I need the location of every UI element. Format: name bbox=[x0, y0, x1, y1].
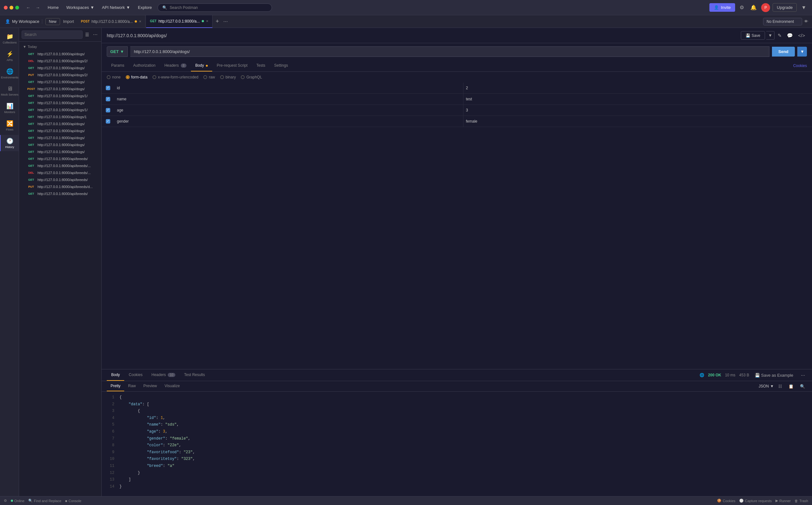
sidebar-search-input[interactable] bbox=[22, 30, 83, 39]
save-dropdown-button[interactable]: ▼ bbox=[766, 31, 775, 40]
radio-none[interactable]: none bbox=[107, 75, 121, 79]
list-item[interactable]: GET http://127.0.0.1:8000/api/dogs/ bbox=[20, 148, 100, 155]
close-window[interactable] bbox=[4, 6, 8, 10]
tab-close-post[interactable]: ✕ bbox=[139, 20, 141, 23]
list-item[interactable]: GET http://127.0.0.1:8000/api/breeds/ bbox=[20, 155, 100, 162]
sidebar-item-environments[interactable]: 🌐 Environments bbox=[0, 65, 19, 81]
invite-button[interactable]: 👤 Invite bbox=[709, 3, 735, 12]
env-eye-button[interactable]: 👁 bbox=[803, 18, 809, 25]
resp-view-visualize[interactable]: Visualize bbox=[161, 381, 184, 391]
form-checkbox-gender[interactable] bbox=[106, 119, 110, 124]
bootom-settings[interactable]: ⚙ bbox=[4, 499, 7, 503]
search-response-button[interactable]: 🔍 bbox=[798, 383, 807, 390]
find-replace-button[interactable]: 🔍 Find and Replace bbox=[28, 499, 61, 503]
list-item[interactable]: GET http://127.0.0.1:8000/api/dogs/ bbox=[20, 127, 100, 134]
tab-tests[interactable]: Tests bbox=[252, 60, 270, 71]
tab-close-get[interactable]: ✕ bbox=[206, 19, 208, 23]
resp-tab-cookies[interactable]: Cookies bbox=[124, 369, 147, 381]
radio-form-data[interactable]: form-data bbox=[126, 75, 147, 79]
method-select[interactable]: GET ▼ bbox=[107, 46, 128, 57]
resp-tab-test-results[interactable]: Test Results bbox=[180, 369, 209, 381]
home-nav[interactable]: Home bbox=[44, 3, 62, 12]
list-item[interactable]: DEL http://127.0.0.1:8000/api/dogs/2/ bbox=[20, 57, 100, 64]
sidebar-item-collections[interactable]: 📁 Collections bbox=[0, 30, 19, 47]
sidebar-filter-button[interactable]: ☰ bbox=[84, 31, 91, 38]
explore-nav[interactable]: Explore bbox=[135, 3, 155, 12]
send-dropdown-button[interactable]: ▼ bbox=[797, 47, 807, 56]
cookies-bottom-button[interactable]: 🍪 Cookies bbox=[717, 499, 736, 503]
avatar[interactable]: P bbox=[761, 3, 770, 12]
new-button[interactable]: New bbox=[45, 18, 60, 25]
tab-authorization[interactable]: Authorization bbox=[129, 60, 160, 71]
sidebar-item-flows[interactable]: 🔀 Flows bbox=[0, 118, 19, 134]
sidebar-item-mock-servers[interactable]: 🖥 Mock Servers bbox=[0, 83, 19, 99]
tab-get[interactable]: GET http://127.0.0.1:8000/a... ✕ bbox=[146, 15, 212, 28]
comment-icon-button[interactable]: 💬 bbox=[785, 31, 795, 40]
radio-graphql[interactable]: GraphQL bbox=[241, 75, 262, 79]
list-item[interactable]: GET http://127.0.0.1:8000/api/dogs/1/ bbox=[20, 93, 100, 100]
more-tabs-button[interactable]: ⋯ bbox=[222, 19, 229, 24]
save-as-example-button[interactable]: 💾 Save as Example bbox=[753, 372, 795, 379]
maximize-window[interactable] bbox=[15, 6, 19, 10]
send-button[interactable]: Send bbox=[772, 47, 795, 56]
copy-response-button[interactable]: 📋 bbox=[787, 383, 796, 390]
format-select-button[interactable]: JSON ▼ bbox=[759, 384, 774, 388]
history-section-header[interactable]: ▼ Today bbox=[19, 43, 101, 50]
add-tab-button[interactable]: + bbox=[213, 18, 222, 25]
upgrade-button[interactable]: Upgrade bbox=[773, 3, 797, 12]
list-item[interactable]: GET http://127.0.0.1:8000/api/dogs/ bbox=[20, 50, 100, 57]
sidebar-item-monitors[interactable]: 📊 Monitors bbox=[0, 100, 19, 116]
list-item[interactable]: POST http://127.0.0.1:8000/api/dogs/ bbox=[20, 86, 100, 93]
url-input[interactable] bbox=[130, 46, 770, 57]
list-item[interactable]: GET http://127.0.0.1:8000/api/dogs/ bbox=[20, 100, 100, 107]
api-network-nav[interactable]: API Network ▼ bbox=[99, 3, 133, 12]
edit-icon-button[interactable]: ✎ bbox=[776, 31, 784, 40]
response-more-button[interactable]: ⋯ bbox=[799, 372, 807, 379]
back-button[interactable]: ← bbox=[24, 4, 32, 11]
list-item[interactable]: GET http://127.0.0.1:8000/api/dogs/ bbox=[20, 134, 100, 141]
filter-response-button[interactable]: ☷ bbox=[776, 383, 784, 390]
form-checkbox-id[interactable] bbox=[106, 86, 110, 90]
sidebar-item-history[interactable]: 🕐 History bbox=[0, 135, 19, 151]
resp-view-pretty[interactable]: Pretty bbox=[107, 381, 124, 391]
form-checkbox-age[interactable] bbox=[106, 108, 110, 113]
radio-binary[interactable]: binary bbox=[220, 75, 236, 79]
radio-urlencoded[interactable]: x-www-form-urlencoded bbox=[153, 75, 198, 79]
tab-settings[interactable]: Settings bbox=[270, 60, 292, 71]
notifications-button[interactable]: 🔔 bbox=[749, 3, 759, 12]
minimize-window[interactable] bbox=[10, 6, 13, 10]
code-icon-button[interactable]: </> bbox=[796, 31, 807, 40]
resp-view-preview[interactable]: Preview bbox=[140, 381, 161, 391]
save-button[interactable]: 💾 Save bbox=[741, 31, 765, 40]
tab-headers[interactable]: Headers 8 bbox=[160, 60, 191, 71]
runner-button[interactable]: ▶ Runner bbox=[776, 499, 791, 503]
cookies-link[interactable]: Cookies bbox=[793, 63, 807, 68]
capture-requests-button[interactable]: ⚪ Capture requests bbox=[739, 499, 772, 503]
import-button[interactable]: Import bbox=[61, 18, 76, 25]
settings-button[interactable]: ⚙ bbox=[738, 3, 746, 12]
tab-params[interactable]: Params bbox=[107, 60, 129, 71]
list-item[interactable]: GET http://127.0.0.1:8000/api/dogs/ bbox=[20, 64, 100, 71]
list-item[interactable]: GET http://127.0.0.1:8000/api/breeds/ bbox=[20, 176, 100, 183]
forward-button[interactable]: → bbox=[34, 4, 42, 11]
list-item[interactable]: GET http://127.0.0.1:8000/api/dogs/1/ bbox=[20, 107, 100, 113]
resp-tab-body[interactable]: Body bbox=[107, 369, 124, 381]
form-checkbox-name[interactable] bbox=[106, 97, 110, 101]
tab-pre-request[interactable]: Pre-request Script bbox=[212, 60, 252, 71]
console-button[interactable]: ■ Console bbox=[65, 499, 81, 503]
tab-body[interactable]: Body bbox=[191, 60, 212, 71]
list-item[interactable]: DEL http://127.0.0.1:8000/api/breeds/... bbox=[20, 169, 100, 176]
list-item[interactable]: PUT http://127.0.0.1:8000/api/breeds/d..… bbox=[20, 183, 100, 190]
sidebar-more-button[interactable]: ⋯ bbox=[92, 31, 99, 38]
resp-tab-headers[interactable]: Headers 10 bbox=[147, 369, 180, 381]
expand-button[interactable]: ▼ bbox=[799, 3, 808, 12]
sidebar-item-apis[interactable]: ⚡ APIs bbox=[0, 48, 19, 64]
resp-view-raw[interactable]: Raw bbox=[124, 381, 140, 391]
online-status[interactable]: Online bbox=[11, 499, 24, 503]
list-item[interactable]: GET http://127.0.0.1:8000/api/dogs/ bbox=[20, 120, 100, 127]
trash-button[interactable]: 🗑 Trash bbox=[795, 499, 808, 503]
list-item[interactable]: GET http://127.0.0.1:8000/api/breeds/ bbox=[20, 190, 100, 197]
workspaces-nav[interactable]: Workspaces ▼ bbox=[63, 3, 98, 12]
list-item[interactable]: GET http://127.0.0.1:8000/api/dogs/ bbox=[20, 78, 100, 86]
search-bar[interactable]: 🔍 Search Postman bbox=[158, 3, 272, 12]
